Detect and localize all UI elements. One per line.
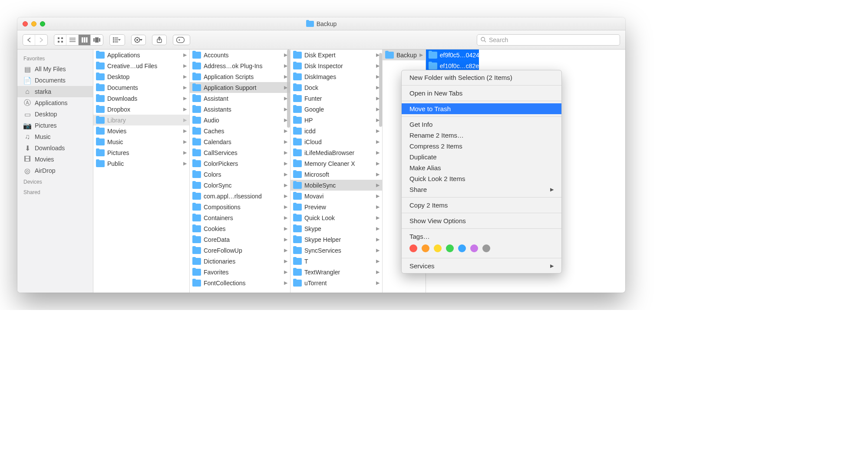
- zoom-window-button[interactable]: [40, 21, 45, 26]
- context-menu-item[interactable]: Get Info: [402, 119, 561, 130]
- folder-row[interactable]: HP▶: [290, 115, 382, 125]
- back-button[interactable]: [23, 35, 35, 45]
- folder-row[interactable]: Skype Helper▶: [290, 234, 382, 245]
- folder-row[interactable]: Downloads▶: [93, 93, 189, 104]
- folder-row[interactable]: Compositions▶: [190, 201, 290, 212]
- folder-row[interactable]: ColorPickers▶: [190, 158, 290, 169]
- folder-row[interactable]: Funter▶: [290, 93, 382, 104]
- folder-row[interactable]: Calendars▶: [190, 136, 290, 147]
- coverflow-view-button[interactable]: [91, 35, 103, 45]
- folder-row[interactable]: uTorrent▶: [290, 277, 382, 288]
- column-3[interactable]: Disk Expert▶ Disk Inspector▶ DiskImages▶…: [290, 49, 383, 293]
- list-view-button[interactable]: [66, 35, 79, 45]
- folder-row[interactable]: Assistant▶: [190, 93, 290, 104]
- folder-row[interactable]: Cookies▶: [190, 223, 290, 234]
- sidebar-item[interactable]: 📄Documents: [17, 75, 93, 86]
- folder-row[interactable]: MobileSync▶: [290, 180, 382, 191]
- folder-row[interactable]: Microsoft▶: [290, 169, 382, 180]
- folder-row[interactable]: Quick Look▶: [290, 212, 382, 223]
- folder-row[interactable]: ColorSync▶: [190, 180, 290, 191]
- folder-row[interactable]: Caches▶: [190, 125, 290, 136]
- folder-row[interactable]: Music▶: [93, 136, 189, 147]
- folder-row[interactable]: Dock▶: [290, 82, 382, 93]
- folder-row[interactable]: Dropbox▶: [93, 104, 189, 115]
- folder-row[interactable]: Desktop▶: [93, 71, 189, 82]
- sidebar-item[interactable]: ▭Desktop: [17, 109, 93, 120]
- folder-row[interactable]: com.appl…rlsessiond▶: [190, 191, 290, 201]
- folder-row[interactable]: Creative…ud Files▶: [93, 60, 189, 71]
- search-field[interactable]: Search: [477, 34, 620, 46]
- folder-row[interactable]: Application Support▶: [190, 82, 290, 93]
- sidebar-item[interactable]: ◎AirDrop: [17, 165, 93, 176]
- context-menu-item[interactable]: Move to Trash: [402, 103, 561, 114]
- icon-view-button[interactable]: [54, 35, 66, 45]
- folder-row[interactable]: Application Scripts▶: [190, 71, 290, 82]
- sidebar-item[interactable]: ⌂starka: [17, 86, 93, 97]
- sidebar-item[interactable]: ⒶApplications: [17, 97, 93, 109]
- sidebar-item[interactable]: ♫Music: [17, 131, 93, 142]
- folder-row[interactable]: Applications▶: [93, 49, 189, 60]
- context-menu-item[interactable]: New Folder with Selection (2 Items): [402, 72, 561, 83]
- scrollbar-thumb[interactable]: [287, 49, 290, 128]
- folder-row[interactable]: CallServices▶: [190, 147, 290, 158]
- minimize-window-button[interactable]: [31, 21, 36, 26]
- sidebar-item[interactable]: 📷Pictures: [17, 120, 93, 131]
- folder-row[interactable]: Favorites▶: [190, 267, 290, 277]
- folder-row[interactable]: Assistants▶: [190, 104, 290, 115]
- tag-color[interactable]: [470, 244, 478, 252]
- sidebar-item[interactable]: ⬇Downloads: [17, 142, 93, 154]
- close-window-button[interactable]: [23, 21, 28, 26]
- folder-row[interactable]: CoreData▶: [190, 234, 290, 245]
- tag-color[interactable]: [446, 244, 454, 252]
- tag-color[interactable]: [422, 244, 429, 252]
- folder-row[interactable]: FontCollections▶: [190, 277, 290, 288]
- column-view-button[interactable]: [79, 35, 91, 45]
- folder-row[interactable]: ef9f0c5…042463▶: [426, 49, 479, 60]
- forward-button[interactable]: [35, 35, 47, 45]
- context-menu-item[interactable]: Open in New Tabs: [402, 88, 561, 99]
- folder-row[interactable]: Documents▶: [93, 82, 189, 93]
- folder-row[interactable]: Movavi▶: [290, 191, 382, 201]
- folder-row[interactable]: Memory Cleaner X▶: [290, 158, 382, 169]
- folder-row[interactable]: iCloud▶: [290, 136, 382, 147]
- action-button[interactable]: [131, 35, 146, 45]
- folder-row[interactable]: Backup▶: [383, 49, 426, 60]
- context-menu-item[interactable]: Make Alias: [402, 162, 561, 173]
- tag-color[interactable]: [409, 244, 417, 252]
- folder-row[interactable]: SyncServices▶: [290, 245, 382, 256]
- folder-row[interactable]: Disk Inspector▶: [290, 60, 382, 71]
- folder-row[interactable]: Public▶: [93, 158, 189, 169]
- folder-row[interactable]: Skype▶: [290, 223, 382, 234]
- folder-row[interactable]: Pictures▶: [93, 147, 189, 158]
- folder-row[interactable]: Google▶: [290, 104, 382, 115]
- folder-row[interactable]: T▶: [290, 256, 382, 267]
- folder-row[interactable]: Audio▶: [190, 115, 290, 125]
- folder-row[interactable]: Preview▶: [290, 201, 382, 212]
- folder-row[interactable]: Accounts▶: [190, 49, 290, 60]
- context-menu-item[interactable]: Show View Options: [402, 215, 561, 226]
- folder-row[interactable]: Library▶: [93, 115, 189, 125]
- folder-row[interactable]: Disk Expert▶: [290, 49, 382, 60]
- context-menu-item[interactable]: Services▶: [402, 260, 561, 271]
- column-2[interactable]: Accounts▶ Address…ok Plug-Ins▶ Applicati…: [190, 49, 290, 293]
- tag-color[interactable]: [458, 244, 466, 252]
- context-menu-item[interactable]: Quick Look 2 Items: [402, 173, 561, 184]
- folder-row[interactable]: Movies▶: [93, 125, 189, 136]
- sidebar-item[interactable]: 🎞Movies: [17, 154, 93, 165]
- folder-row[interactable]: TextWrangler▶: [290, 267, 382, 277]
- folder-row[interactable]: DiskImages▶: [290, 71, 382, 82]
- context-menu-item[interactable]: Copy 2 Items: [402, 200, 561, 211]
- context-menu-item[interactable]: Rename 2 Items…: [402, 130, 561, 141]
- context-menu-item[interactable]: Compress 2 Items: [402, 141, 561, 152]
- tag-color[interactable]: [482, 244, 490, 252]
- folder-row[interactable]: icdd▶: [290, 125, 382, 136]
- column-1[interactable]: Applications▶ Creative…ud Files▶ Desktop…: [93, 49, 190, 293]
- sidebar-item[interactable]: ▤All My Files: [17, 63, 93, 75]
- scrollbar-thumb[interactable]: [379, 53, 382, 127]
- context-menu-item[interactable]: Tags…: [402, 231, 561, 242]
- tags-button[interactable]: [173, 35, 190, 45]
- folder-row[interactable]: CoreFollowUp▶: [190, 245, 290, 256]
- folder-row[interactable]: iLifeMediaBrowser▶: [290, 147, 382, 158]
- folder-row[interactable]: Colors▶: [190, 169, 290, 180]
- share-button[interactable]: [152, 35, 167, 45]
